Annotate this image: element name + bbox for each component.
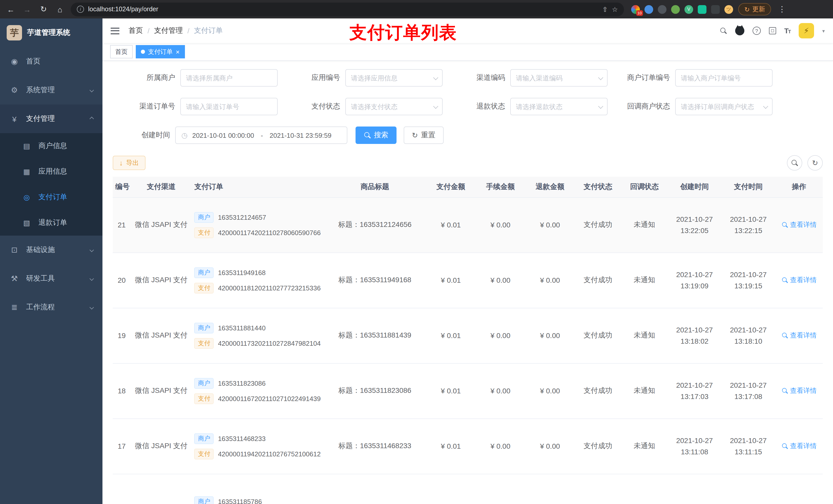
sidebar-item-system[interactable]: ⚙ 系统管理 [0, 76, 102, 104]
merchant-order-no-input[interactable] [675, 69, 772, 87]
user-avatar[interactable]: ⚡ [799, 23, 814, 39]
sidebar-item-devtools[interactable]: ⚒ 研发工具 [0, 264, 102, 293]
owner-input[interactable] [180, 69, 278, 87]
back-icon[interactable]: ← [5, 5, 16, 14]
sidebar-item-merchant-info[interactable]: ▤ 商户信息 [0, 133, 102, 159]
view-detail-link[interactable]: 查看详情 [781, 275, 817, 285]
filter-refund-status-label: 退款状态 [443, 102, 510, 111]
refresh-table-button[interactable]: ↻ [807, 155, 823, 171]
pay-status-select[interactable] [345, 98, 443, 115]
app-select[interactable] [345, 69, 443, 87]
search-icon[interactable] [720, 27, 727, 34]
tools-icon: ⚒ [9, 274, 20, 283]
channel-order-no-input[interactable] [180, 98, 278, 115]
extension-icon-1[interactable]: 10 [631, 5, 640, 14]
cell-amount: ¥ 0.01 [426, 253, 476, 308]
extensions-pin-icon[interactable] [711, 5, 720, 14]
cell-notify: 未通知 [621, 308, 668, 363]
sidebar-item-workflow[interactable]: ≣ 工作流程 [0, 293, 102, 322]
notify-status-select[interactable] [675, 98, 772, 115]
cell-status: 支付成功 [575, 197, 621, 253]
tab-home[interactable]: 首页 [110, 45, 133, 58]
filter-owner: 所属商户 [113, 69, 278, 87]
extension-icon-2[interactable] [644, 5, 653, 14]
browser-chrome: ← → ↻ ⌂ localhost:1024/pay/order ⇧ ☆ 10 … [0, 0, 833, 19]
extensions-area: 10 V ツ [631, 5, 733, 14]
page-content: 所属商户 应用编号 渠道编码 商户订单编号 [102, 61, 833, 504]
close-icon[interactable]: × [176, 48, 180, 55]
search-icon [364, 131, 371, 139]
filter-create-time-label: 创建时间 [113, 130, 175, 140]
document-icon: ▧ [22, 219, 32, 227]
col-status: 支付状态 [575, 177, 621, 197]
cell-channel: 微信 JSAPI 支付 [130, 253, 192, 308]
url-bar[interactable]: localhost:1024/pay/order ⇧ ☆ [71, 2, 624, 16]
cell-refund: ¥ 0.00 [525, 363, 575, 418]
tabs-bar: 首页 支付订单 × [102, 43, 833, 61]
col-pay-order: 支付订单 [192, 177, 324, 197]
tab-label: 支付订单 [148, 47, 173, 56]
refund-status-select[interactable] [510, 98, 608, 115]
app-logo[interactable]: 芋 芋道管理系统 [0, 19, 102, 47]
sidebar-item-pay[interactable]: ¥ 支付管理 [0, 104, 102, 133]
github-icon[interactable] [735, 26, 744, 35]
sidebar-item-label: 退款订单 [39, 218, 67, 227]
cell-pay-time: 2021-10-2713:18:10 [721, 308, 775, 363]
channel-code-select[interactable] [510, 69, 608, 87]
extension-icon-6[interactable] [698, 5, 707, 14]
cell-fee: ¥ 0.00 [476, 197, 525, 253]
chrome-update-button[interactable]: ↻ 更新 [738, 3, 771, 15]
pay-tag: 支付 [194, 338, 214, 349]
search-button[interactable]: 搜索 [356, 126, 397, 144]
cell-refund: ¥ 0.00 [525, 197, 575, 253]
cell-fee: ¥ 0.00 [476, 308, 525, 363]
sidebar-item-app-info[interactable]: ▦ 应用信息 [0, 159, 102, 184]
bookmark-star-icon[interactable]: ☆ [612, 5, 618, 13]
reset-button[interactable]: ↻ 重置 [404, 126, 444, 144]
site-info-icon[interactable] [77, 6, 84, 13]
cell-pay-time: 2021-10-2713:22:15 [721, 197, 775, 253]
sidebar-item-home[interactable]: ◉ 首页 [0, 47, 102, 76]
cell-refund: ¥ 0.00 [525, 308, 575, 363]
tab-pay-order[interactable]: 支付订单 × [136, 45, 185, 58]
view-detail-link[interactable]: 查看详情 [781, 441, 817, 451]
filter-channel-order-no-label: 渠道订单号 [113, 102, 180, 111]
breadcrumb-home[interactable]: 首页 [128, 26, 143, 35]
date-range-input[interactable]: ◷ 2021-10-01 00:00:00 - 2021-10-31 23:59… [175, 126, 347, 144]
extension-icon-3[interactable] [658, 5, 667, 14]
table-row: 17 微信 JSAPI 支付 商户1635311468233 支付4200001… [113, 418, 823, 474]
breadcrumb-pay[interactable]: 支付管理 [154, 26, 183, 35]
cell-amount: ¥ 0.01 [426, 197, 476, 253]
view-detail-link[interactable]: 查看详情 [781, 386, 817, 395]
share-icon[interactable]: ⇧ [602, 5, 608, 13]
filter-notify-status-label: 回调商户状态 [608, 102, 675, 111]
fullscreen-icon[interactable] [769, 27, 776, 34]
extension-icon-4[interactable] [671, 5, 680, 14]
avatar-caret-icon[interactable]: ▾ [822, 28, 825, 33]
collapse-menu-icon[interactable] [111, 27, 119, 34]
font-size-icon[interactable]: TT [784, 27, 790, 35]
forward-icon[interactable]: → [22, 5, 33, 14]
browser-menu-icon[interactable]: ⋮ [777, 5, 788, 14]
cell-pay-time: 2021-10-2713:19:15 [721, 253, 775, 308]
table-row: 20 微信 JSAPI 支付 商户1635311949168 支付4200001… [113, 253, 823, 308]
home-icon[interactable]: ⌂ [54, 5, 66, 14]
profile-avatar-icon[interactable]: ツ [724, 5, 733, 14]
extension-icon-5[interactable]: V [685, 5, 693, 14]
tab-label: 首页 [115, 47, 127, 56]
export-button[interactable]: ↓ 导出 [113, 156, 145, 170]
reload-icon[interactable]: ↻ [38, 5, 49, 14]
help-icon[interactable] [753, 27, 761, 35]
view-detail-link[interactable]: 查看详情 [781, 220, 817, 230]
clock-icon: ◷ [181, 131, 188, 139]
breadcrumb-current: 支付订单 [194, 26, 223, 35]
sidebar-item-pay-order[interactable]: ◎ 支付订单 [0, 184, 102, 210]
cell-id: 18 [113, 363, 130, 418]
grid-icon: ▦ [22, 167, 32, 176]
sidebar-item-refund-order[interactable]: ▧ 退款订单 [0, 210, 102, 236]
sidebar-item-infra[interactable]: ⊡ 基础设施 [0, 236, 102, 264]
view-detail-link[interactable]: 查看详情 [781, 331, 817, 340]
breadcrumb-separator: / [147, 27, 149, 35]
toggle-search-button[interactable] [787, 155, 802, 171]
cell-create-time: 2021-10-2713:22:05 [668, 197, 721, 253]
